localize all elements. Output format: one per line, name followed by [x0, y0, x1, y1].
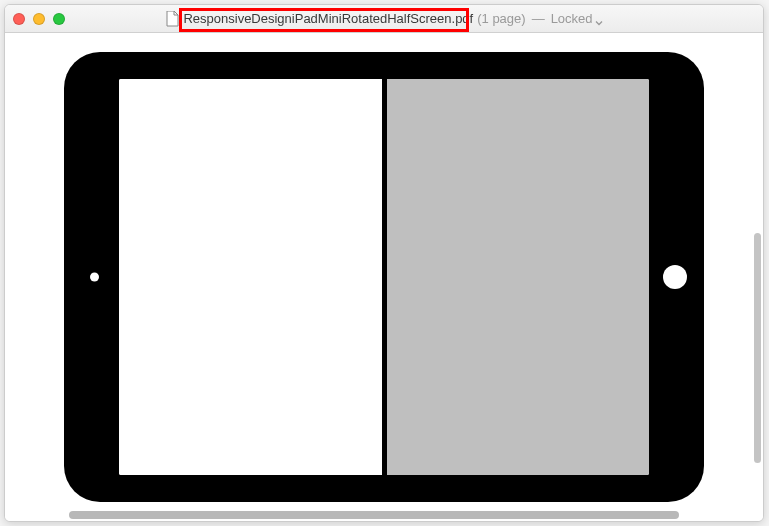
window-controls: [13, 13, 65, 25]
close-button[interactable]: [13, 13, 25, 25]
preview-window: ResponsiveDesigniPadMiniRotatedHalfScree…: [4, 4, 764, 522]
window-title: ResponsiveDesigniPadMiniRotatedHalfScree…: [5, 11, 763, 27]
document-canvas: [15, 43, 753, 511]
split-screen-left-panel: [119, 79, 382, 475]
document-filename: ResponsiveDesigniPadMiniRotatedHalfScree…: [183, 11, 473, 26]
title-separator: —: [532, 11, 545, 26]
locked-indicator[interactable]: Locked: [551, 11, 603, 26]
vertical-scrollbar[interactable]: [754, 233, 761, 463]
document-viewport[interactable]: [5, 33, 763, 521]
chevron-down-icon: [595, 15, 603, 23]
locked-label: Locked: [551, 11, 593, 26]
ipad-camera-icon: [90, 273, 99, 282]
minimize-button[interactable]: [33, 13, 45, 25]
ipad-screen: [119, 79, 649, 475]
zoom-button[interactable]: [53, 13, 65, 25]
horizontal-scrollbar[interactable]: [69, 511, 679, 519]
split-screen-right-panel: [387, 79, 650, 475]
document-icon: [165, 11, 179, 27]
ipad-home-button-icon: [663, 265, 687, 289]
ipad-illustration: [64, 52, 704, 502]
page-count: (1 page): [477, 11, 525, 26]
titlebar[interactable]: ResponsiveDesigniPadMiniRotatedHalfScree…: [5, 5, 763, 33]
